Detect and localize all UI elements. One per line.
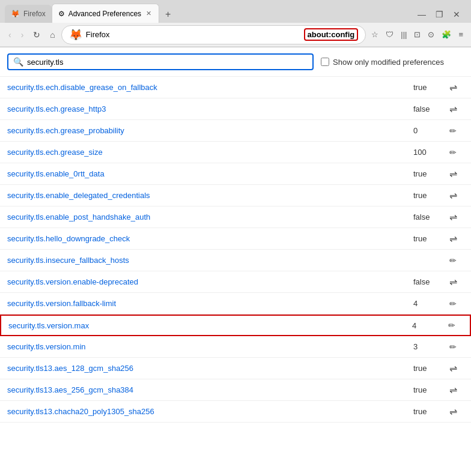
pref-value: false <box>406 273 442 291</box>
pref-value: 4 <box>405 316 441 335</box>
history-button[interactable]: ||| <box>398 28 410 41</box>
edit-button[interactable]: ✏ <box>446 318 458 333</box>
pref-value: true <box>406 186 442 205</box>
toggle-button[interactable]: ⇌ <box>447 79 460 95</box>
pref-name: security.tls.version.min <box>7 337 406 356</box>
edit-button[interactable]: ✏ <box>447 253 459 268</box>
browser-chrome: 🦊 Firefox ⚙ Advanced Preferences ✕ + — ❐… <box>0 0 471 47</box>
home-button[interactable]: ⌂ <box>46 28 58 42</box>
pref-name: security.tls.version.enable-deprecated <box>7 273 406 291</box>
pref-row: security.tls.ech.disable_grease_on_fallb… <box>0 77 471 98</box>
tab-inactive[interactable]: 🦊 Firefox <box>5 5 52 23</box>
synced-button[interactable]: ⊡ <box>411 28 424 41</box>
show-modified-checkbox[interactable] <box>321 58 329 66</box>
pref-row: security.tls.version.max4✏ <box>0 315 471 336</box>
pref-row: security.tls.enable_delegated_credential… <box>0 185 471 206</box>
address-firefox-text: Firefox <box>86 30 300 39</box>
pref-value: 100 <box>406 143 442 161</box>
pref-value: true <box>406 402 442 421</box>
window-minimize-button[interactable]: — <box>414 8 430 20</box>
toggle-button[interactable]: ⇌ <box>447 403 460 420</box>
account-button[interactable]: ⊙ <box>425 28 437 41</box>
window-restore-button[interactable]: ❐ <box>432 8 447 20</box>
search-icon: 🔍 <box>13 57 23 67</box>
show-modified-container: Show only modified preferences <box>321 58 444 67</box>
edit-button[interactable]: ✏ <box>447 124 459 138</box>
pref-value: true <box>406 359 442 378</box>
window-close-button[interactable]: ✕ <box>449 8 464 20</box>
pref-action: ⇌ <box>442 403 464 420</box>
search-input-wrapper: 🔍 <box>7 53 314 70</box>
tab-active-label: Advanced Preferences <box>68 10 141 18</box>
pref-value: true <box>406 164 442 183</box>
pref-row: security.tls13.aes_256_gcm_sha384true⇌ <box>0 379 471 401</box>
preferences-list: security.tls.ech.disable_grease_on_fallb… <box>0 77 471 423</box>
pref-name: security.tls13.chacha20_poly1305_sha256 <box>7 402 406 421</box>
toggle-button[interactable]: ⇌ <box>447 382 460 398</box>
pref-action: ✏ <box>441 318 463 333</box>
pref-action: ⇌ <box>442 209 464 225</box>
pref-action: ✏ <box>442 145 464 160</box>
edit-button[interactable]: ✏ <box>447 297 459 311</box>
pref-row: security.tls13.aes_128_gcm_sha256true⇌ <box>0 358 471 379</box>
search-bar: 🔍 Show only modified preferences <box>0 47 471 77</box>
toggle-button[interactable]: ⇌ <box>447 360 460 376</box>
address-config-text: about:config <box>304 28 359 41</box>
pref-action: ✏ <box>442 124 464 138</box>
nav-icon-buttons: ☆ 🛡 ||| ⊡ ⊙ 🧩 ≡ <box>368 28 466 41</box>
new-tab-button[interactable]: + <box>159 6 177 23</box>
address-bar[interactable]: 🦊 Firefox about:config <box>61 25 366 44</box>
tab-active[interactable]: ⚙ Advanced Preferences ✕ <box>52 4 159 23</box>
toggle-button[interactable]: ⇌ <box>447 230 460 247</box>
pref-row: security.tls.version.enable-deprecatedfa… <box>0 271 471 293</box>
pref-name: security.tls.insecure_fallback_hosts <box>7 251 406 270</box>
nav-bar: ‹ › ↻ ⌂ 🦊 Firefox about:config ☆ 🛡 ||| ⊡… <box>0 23 471 47</box>
pref-row: security.tls.version.min3✏ <box>0 336 471 358</box>
menu-button[interactable]: ≡ <box>455 28 466 41</box>
tab-bar: 🦊 Firefox ⚙ Advanced Preferences ✕ + — ❐… <box>0 0 471 23</box>
toggle-button[interactable]: ⇌ <box>447 209 460 225</box>
extensions-button[interactable]: 🧩 <box>439 28 454 41</box>
pref-name: security.tls.enable_post_handshake_auth <box>7 208 406 226</box>
show-modified-label: Show only modified preferences <box>333 58 444 67</box>
main-content: 🔍 Show only modified preferences securit… <box>0 47 471 476</box>
pref-name: security.tls.ech.grease_http3 <box>7 100 406 118</box>
pref-value: true <box>406 78 442 97</box>
pref-name: security.tls.enable_0rtt_data <box>7 164 406 183</box>
firefox-address-icon: 🦊 <box>69 28 82 41</box>
pref-row: security.tls.ech.grease_http3false⇌ <box>0 98 471 120</box>
window-controls: — ❐ ✕ <box>414 8 466 23</box>
pref-name: security.tls.version.max <box>8 316 405 335</box>
back-button[interactable]: ‹ <box>5 28 15 42</box>
pref-row: security.tls13.chacha20_poly1305_sha256t… <box>0 401 471 423</box>
pref-action: ⇌ <box>442 274 464 290</box>
pref-name: security.tls13.aes_128_gcm_sha256 <box>7 359 406 378</box>
tab-inactive-label: Firefox <box>23 10 46 18</box>
toggle-button[interactable]: ⇌ <box>447 101 460 117</box>
forward-button[interactable]: › <box>17 28 28 42</box>
toggle-button[interactable]: ⇌ <box>447 166 460 182</box>
tab-close-button[interactable]: ✕ <box>145 10 153 17</box>
pref-value: 4 <box>406 294 442 313</box>
pref-name: security.tls.ech.grease_size <box>7 143 406 161</box>
pref-action: ⇌ <box>442 382 464 398</box>
pref-row: security.tls.version.fallback-limit4✏ <box>0 293 471 315</box>
reload-button[interactable]: ↻ <box>29 28 44 42</box>
pref-action: ✏ <box>442 253 464 268</box>
shield-button[interactable]: 🛡 <box>383 28 397 41</box>
pref-action: ⇌ <box>442 79 464 95</box>
pref-action: ⇌ <box>442 101 464 117</box>
bookmark-button[interactable]: ☆ <box>368 28 381 41</box>
pref-action: ⇌ <box>442 166 464 182</box>
search-input[interactable] <box>27 58 308 67</box>
pref-action: ⇌ <box>442 187 464 203</box>
toggle-button[interactable]: ⇌ <box>447 274 460 290</box>
pref-value: 3 <box>406 337 442 356</box>
pref-action: ⇌ <box>442 230 464 247</box>
edit-button[interactable]: ✏ <box>447 145 459 160</box>
pref-value: 0 <box>406 121 442 140</box>
pref-action: ✏ <box>442 340 464 354</box>
firefox-tab-icon: 🦊 <box>11 10 20 18</box>
toggle-button[interactable]: ⇌ <box>447 187 460 203</box>
edit-button[interactable]: ✏ <box>447 340 459 354</box>
